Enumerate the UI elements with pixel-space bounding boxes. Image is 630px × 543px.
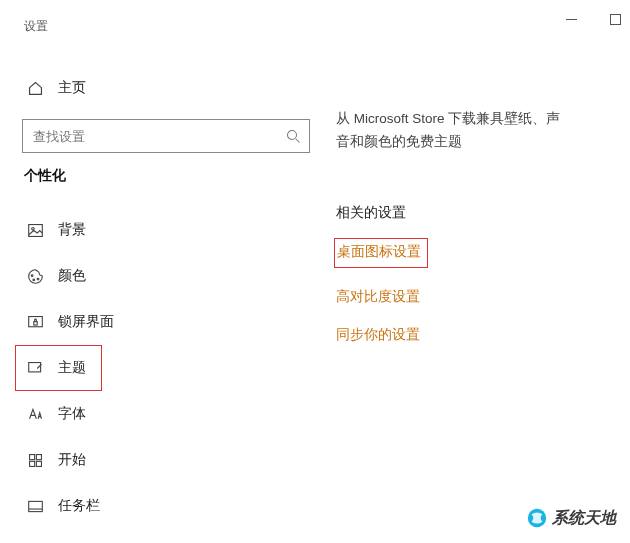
svg-rect-12 [29, 454, 34, 459]
sidebar-item-label: 任务栏 [58, 497, 100, 515]
svg-rect-14 [29, 461, 34, 466]
svg-point-7 [32, 279, 34, 281]
svg-point-6 [31, 274, 33, 276]
watermark-text: 系统天地 [552, 508, 616, 529]
search-input[interactable] [33, 129, 273, 144]
sidebar-item-themes[interactable]: 主题 [15, 345, 102, 391]
nav-home[interactable]: 主页 [16, 65, 314, 111]
minimize-button[interactable] [560, 8, 582, 30]
svg-point-2 [288, 130, 297, 139]
taskbar-icon [26, 497, 44, 515]
link-high-contrast[interactable]: 高对比度设置 [336, 288, 420, 306]
content-pane: 从 Microsoft Store 下载兼具壁纸、声 音和颜色的免费主题 相关的… [330, 8, 630, 543]
svg-point-5 [31, 227, 34, 230]
store-line2: 音和颜色的免费主题 [336, 134, 462, 149]
settings-window: 设置 主页 个性化 背景 颜色 [0, 0, 630, 543]
svg-rect-10 [33, 321, 36, 324]
sidebar-item-label: 背景 [58, 221, 86, 239]
section-heading: 个性化 [24, 167, 314, 185]
link-sync-settings[interactable]: 同步你的设置 [336, 326, 420, 344]
font-icon [26, 405, 44, 423]
sidebar-item-label: 开始 [58, 451, 86, 469]
sidebar-item-label: 字体 [58, 405, 86, 423]
sidebar-item-label: 主题 [58, 359, 86, 377]
picture-icon [26, 221, 44, 239]
sidebar-item-label: 颜色 [58, 267, 86, 285]
sidebar-item-background[interactable]: 背景 [16, 207, 314, 253]
sidebar-item-lockscreen[interactable]: 锁屏界面 [16, 299, 314, 345]
search-icon [286, 129, 301, 144]
sidebar: 设置 主页 个性化 背景 颜色 [0, 8, 330, 543]
sidebar-item-fonts[interactable]: 字体 [16, 391, 314, 437]
app-title: 设置 [24, 18, 314, 35]
search-box[interactable] [22, 119, 310, 153]
watermark: 系统天地 [526, 507, 616, 529]
svg-rect-16 [28, 501, 42, 511]
sidebar-item-taskbar[interactable]: 任务栏 [16, 483, 314, 529]
globe-icon [526, 507, 548, 529]
nav-home-label: 主页 [58, 79, 86, 97]
svg-line-3 [296, 138, 300, 142]
palette-icon [26, 267, 44, 285]
svg-rect-13 [36, 454, 41, 459]
maximize-button[interactable] [604, 8, 626, 30]
sidebar-item-colors[interactable]: 颜色 [16, 253, 314, 299]
store-line1: 从 Microsoft Store 下载兼具壁纸、声 [336, 111, 560, 126]
related-heading: 相关的设置 [336, 204, 630, 222]
sidebar-item-start[interactable]: 开始 [16, 437, 314, 483]
home-icon [26, 79, 44, 97]
svg-rect-1 [610, 14, 620, 24]
lockscreen-icon [26, 313, 44, 331]
window-controls [560, 8, 626, 30]
sidebar-item-label: 锁屏界面 [58, 313, 114, 331]
svg-point-8 [37, 278, 39, 280]
store-text: 从 Microsoft Store 下载兼具壁纸、声 音和颜色的免费主题 [336, 108, 630, 154]
svg-rect-15 [36, 461, 41, 466]
brush-icon [26, 359, 44, 377]
link-desktop-icons[interactable]: 桌面图标设置 [334, 238, 428, 268]
start-icon [26, 451, 44, 469]
